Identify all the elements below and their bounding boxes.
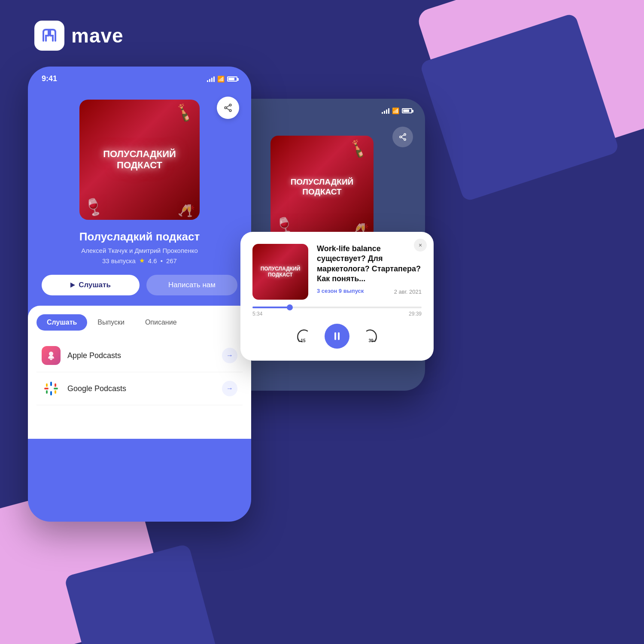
svg-rect-16 <box>55 390 56 394</box>
svg-line-8 <box>227 106 230 107</box>
player-controls: 15 30 <box>252 324 422 349</box>
svg-point-6 <box>225 107 227 109</box>
share-button-secondary[interactable] <box>392 127 413 147</box>
close-button[interactable]: × <box>414 239 427 252</box>
platform-apple[interactable]: Apple Podcasts → <box>36 339 243 372</box>
header: mave <box>34 21 124 51</box>
tab-description[interactable]: Описание <box>135 314 187 331</box>
player-top-row: ПОЛУСЛАДКИЙ ПОДКАСТ Work-life balance су… <box>252 244 422 300</box>
progress-track[interactable] <box>252 307 422 308</box>
player-episode: 3 сезон 9 выпуск <box>317 288 364 294</box>
main-battery-fill <box>228 78 234 80</box>
svg-rect-15 <box>46 383 48 387</box>
logo-text: mave <box>71 24 124 47</box>
bottom-panel: Слушать Выпуски Описание Apple Podcasts … <box>28 306 251 439</box>
podcast-author: Алексей Ткачук и Дмитрий Прокопенко <box>28 247 251 254</box>
cover-wine-bottle: 🍾 <box>173 101 195 124</box>
main-signal-icon <box>207 76 215 82</box>
logo-icon <box>34 21 64 51</box>
platform-google[interactable]: Google Podcasts → <box>36 372 243 405</box>
signal-bar-2 <box>384 111 385 114</box>
player-title: Work-life balance существует? Для маркет… <box>317 244 422 284</box>
svg-line-4 <box>401 137 404 139</box>
votes-count: 267 <box>166 257 177 264</box>
battery-icon <box>402 108 412 113</box>
tab-episodes[interactable]: Выпуски <box>87 314 135 331</box>
main-cover-text: ПОЛУСЛАДКИЙ ПОДКАСТ <box>103 149 176 171</box>
podcast-title: Полусладкий подкаст <box>28 230 251 243</box>
signal-bar-1 <box>382 112 383 114</box>
apple-podcasts-arrow[interactable]: → <box>222 348 237 363</box>
svg-rect-11 <box>50 382 52 386</box>
signal-icon <box>382 108 389 114</box>
svg-rect-14 <box>54 388 58 389</box>
player-date-row: 3 сезон 9 выпуск 2 авг. 2021 <box>317 288 422 296</box>
time-current: 5:34 <box>252 311 262 317</box>
player-cover-text: ПОЛУСЛАДКИЙ ПОДКАСТ <box>261 266 301 278</box>
svg-line-3 <box>401 135 404 137</box>
apple-podcasts-label: Apple Podcasts <box>67 351 222 360</box>
secondary-cover-text: ПОЛУСЛАДКИЙ ПОДКАСТ <box>291 177 354 197</box>
svg-line-9 <box>227 108 230 110</box>
main-status-icons: 📶 <box>207 76 237 82</box>
svg-rect-18 <box>55 383 56 387</box>
progress-thumb <box>287 304 293 310</box>
skip-forward-button[interactable]: 30 <box>361 327 380 346</box>
player-card: × ПОЛУСЛАДКИЙ ПОДКАСТ Work-life balance … <box>240 232 434 361</box>
svg-point-5 <box>229 104 231 106</box>
rating-value: 4.6 <box>148 257 157 264</box>
skip-back-label: 15 <box>301 338 305 343</box>
signal-bar-1 <box>207 80 208 82</box>
svg-rect-13 <box>44 388 49 389</box>
google-podcasts-label: Google Podcasts <box>67 384 222 393</box>
svg-point-10 <box>49 352 53 356</box>
main-time: 9:41 <box>42 74 57 83</box>
cover-wine-glass2: 🥂 <box>177 201 196 219</box>
action-buttons: Слушать Написать нам <box>28 264 251 306</box>
google-podcasts-arrow[interactable]: → <box>222 381 237 396</box>
time-total: 29:39 <box>409 311 422 317</box>
main-status-bar: 9:41 📶 <box>28 67 251 87</box>
svg-point-2 <box>404 139 406 140</box>
svg-point-1 <box>400 136 401 138</box>
listen-button[interactable]: Слушать <box>42 275 140 295</box>
skip-forward-label: 30 <box>368 338 373 343</box>
episodes-count: 33 выпуска <box>102 257 136 264</box>
wifi-icon: 📶 <box>392 107 399 114</box>
google-podcasts-icon <box>42 379 61 398</box>
main-wifi-icon: 📶 <box>217 76 225 82</box>
battery-fill <box>403 109 409 112</box>
play-icon <box>70 283 75 288</box>
pause-bar-right <box>338 332 340 340</box>
pause-bar-left <box>334 332 336 340</box>
phone-main: 9:41 📶 🍷 🍾 🥂 ПОЛУСЛ <box>28 67 251 522</box>
signal-bar-2 <box>209 79 210 82</box>
dot-separator: • <box>161 257 163 264</box>
podcast-meta: 33 выпуска ★ 4.6 • 267 <box>28 257 251 264</box>
secondary-podcast-cover: 🍷 🍾 🥂 ПОЛУСЛАДКИЙ ПОДКАСТ <box>270 136 374 239</box>
star-icon: ★ <box>139 257 145 264</box>
pause-icon <box>334 332 340 340</box>
signal-bar-4 <box>388 108 389 114</box>
tab-listen[interactable]: Слушать <box>36 314 87 331</box>
svg-rect-12 <box>50 391 52 395</box>
signal-bar-3 <box>211 78 213 82</box>
svg-point-0 <box>404 134 406 135</box>
contact-button[interactable]: Написать нам <box>146 275 237 295</box>
svg-point-7 <box>229 109 231 112</box>
pause-button[interactable] <box>325 324 349 349</box>
player-info: Work-life balance существует? Для маркет… <box>317 244 422 300</box>
svg-rect-17 <box>46 390 48 394</box>
tabs-row: Слушать Выпуски Описание <box>36 314 243 331</box>
player-date: 2 авг. 2021 <box>394 289 422 295</box>
signal-bar-4 <box>213 76 215 82</box>
wine-bottle-deco: 🍾 <box>346 137 369 160</box>
apple-podcasts-icon <box>42 346 61 365</box>
share-button-main[interactable] <box>217 97 239 119</box>
skip-back-button[interactable]: 15 <box>294 327 313 346</box>
progress-container: 5:34 29:39 <box>252 307 422 317</box>
signal-bar-3 <box>386 109 387 114</box>
cover-wine-glass: 🍷 <box>82 195 106 219</box>
main-battery-icon <box>227 76 237 82</box>
progress-times: 5:34 29:39 <box>252 311 422 317</box>
